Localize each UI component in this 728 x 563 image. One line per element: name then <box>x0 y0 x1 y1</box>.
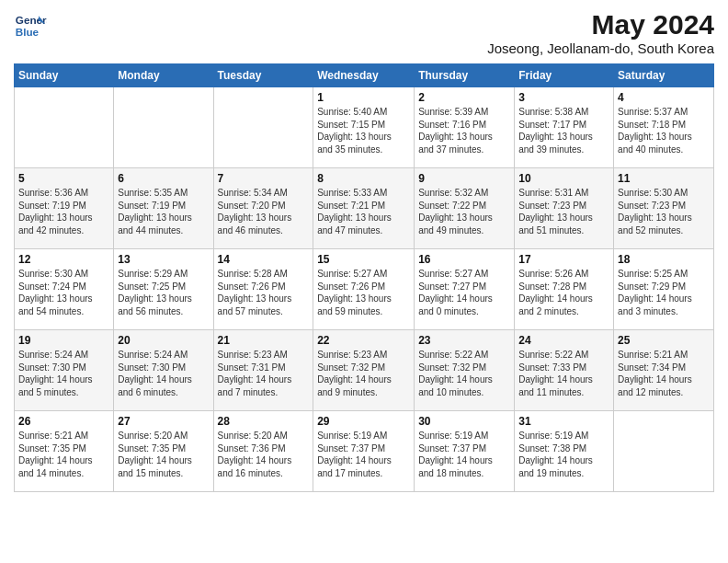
calendar-day-cell: 31Sunrise: 5:19 AM Sunset: 7:38 PM Dayli… <box>515 411 614 492</box>
calendar-day-cell: 15Sunrise: 5:27 AM Sunset: 7:26 PM Dayli… <box>313 249 415 330</box>
calendar-day-cell: 30Sunrise: 5:19 AM Sunset: 7:37 PM Dayli… <box>415 411 515 492</box>
day-number: 15 <box>317 253 410 266</box>
day-info: Sunrise: 5:21 AM Sunset: 7:35 PM Dayligh… <box>18 430 109 479</box>
calendar-week-row: 26Sunrise: 5:21 AM Sunset: 7:35 PM Dayli… <box>15 411 714 492</box>
day-info: Sunrise: 5:35 AM Sunset: 7:19 PM Dayligh… <box>118 187 209 236</box>
calendar-day-cell: 2Sunrise: 5:39 AM Sunset: 7:16 PM Daylig… <box>415 87 515 168</box>
day-number: 9 <box>418 172 510 185</box>
month-year: May 2024 <box>487 9 714 40</box>
logo-icon: General Blue <box>14 9 47 42</box>
page-header: General Blue May 2024 Joseong, Jeollanam… <box>14 9 714 56</box>
day-info: Sunrise: 5:22 AM Sunset: 7:33 PM Dayligh… <box>518 349 609 398</box>
day-number: 19 <box>18 334 109 347</box>
title-block: May 2024 Joseong, Jeollanam-do, South Ko… <box>487 9 714 56</box>
day-info: Sunrise: 5:38 AM Sunset: 7:17 PM Dayligh… <box>518 106 609 155</box>
day-number: 7 <box>218 172 310 185</box>
day-number: 10 <box>518 172 609 185</box>
calendar-day-cell: 5Sunrise: 5:36 AM Sunset: 7:19 PM Daylig… <box>15 168 114 249</box>
calendar-day-cell: 21Sunrise: 5:23 AM Sunset: 7:31 PM Dayli… <box>213 330 313 411</box>
calendar-week-row: 19Sunrise: 5:24 AM Sunset: 7:30 PM Dayli… <box>15 330 714 411</box>
day-number: 14 <box>218 253 310 266</box>
day-number: 16 <box>418 253 510 266</box>
day-info: Sunrise: 5:23 AM Sunset: 7:32 PM Dayligh… <box>317 349 410 398</box>
day-info: Sunrise: 5:34 AM Sunset: 7:20 PM Dayligh… <box>218 187 310 236</box>
calendar-day-cell: 16Sunrise: 5:27 AM Sunset: 7:27 PM Dayli… <box>415 249 515 330</box>
weekday-header-wednesday: Wednesday <box>313 64 415 87</box>
day-info: Sunrise: 5:24 AM Sunset: 7:30 PM Dayligh… <box>18 349 109 398</box>
calendar-day-cell: 4Sunrise: 5:37 AM Sunset: 7:18 PM Daylig… <box>614 87 714 168</box>
calendar-day-cell: 8Sunrise: 5:33 AM Sunset: 7:21 PM Daylig… <box>313 168 415 249</box>
day-number: 8 <box>317 172 410 185</box>
day-number: 4 <box>618 91 710 104</box>
empty-cell <box>213 87 313 168</box>
day-number: 11 <box>618 172 710 185</box>
calendar-day-cell: 17Sunrise: 5:26 AM Sunset: 7:28 PM Dayli… <box>515 249 614 330</box>
day-info: Sunrise: 5:30 AM Sunset: 7:23 PM Dayligh… <box>618 187 710 236</box>
day-number: 29 <box>317 415 410 428</box>
day-number: 25 <box>618 334 710 347</box>
location: Joseong, Jeollanam-do, South Korea <box>487 40 714 56</box>
calendar-day-cell: 19Sunrise: 5:24 AM Sunset: 7:30 PM Dayli… <box>15 330 114 411</box>
calendar-day-cell: 20Sunrise: 5:24 AM Sunset: 7:30 PM Dayli… <box>114 330 213 411</box>
weekday-header-thursday: Thursday <box>415 64 515 87</box>
day-info: Sunrise: 5:21 AM Sunset: 7:34 PM Dayligh… <box>618 349 710 398</box>
day-info: Sunrise: 5:25 AM Sunset: 7:29 PM Dayligh… <box>618 268 710 317</box>
calendar-day-cell: 13Sunrise: 5:29 AM Sunset: 7:25 PM Dayli… <box>114 249 213 330</box>
day-info: Sunrise: 5:19 AM Sunset: 7:37 PM Dayligh… <box>418 430 510 479</box>
calendar-day-cell: 3Sunrise: 5:38 AM Sunset: 7:17 PM Daylig… <box>515 87 614 168</box>
day-info: Sunrise: 5:27 AM Sunset: 7:27 PM Dayligh… <box>418 268 510 317</box>
calendar-day-cell: 12Sunrise: 5:30 AM Sunset: 7:24 PM Dayli… <box>15 249 114 330</box>
calendar-table: SundayMondayTuesdayWednesdayThursdayFrid… <box>14 63 714 492</box>
calendar-day-cell: 22Sunrise: 5:23 AM Sunset: 7:32 PM Dayli… <box>313 330 415 411</box>
calendar-day-cell: 28Sunrise: 5:20 AM Sunset: 7:36 PM Dayli… <box>213 411 313 492</box>
calendar-day-cell: 18Sunrise: 5:25 AM Sunset: 7:29 PM Dayli… <box>614 249 714 330</box>
day-info: Sunrise: 5:37 AM Sunset: 7:18 PM Dayligh… <box>618 106 710 155</box>
calendar-day-cell: 26Sunrise: 5:21 AM Sunset: 7:35 PM Dayli… <box>15 411 114 492</box>
day-number: 31 <box>518 415 609 428</box>
day-number: 13 <box>118 253 209 266</box>
weekday-header-sunday: Sunday <box>15 64 114 87</box>
day-number: 12 <box>18 253 109 266</box>
weekday-header-row: SundayMondayTuesdayWednesdayThursdayFrid… <box>15 64 714 87</box>
day-number: 20 <box>118 334 209 347</box>
day-number: 6 <box>118 172 209 185</box>
calendar-day-cell: 11Sunrise: 5:30 AM Sunset: 7:23 PM Dayli… <box>614 168 714 249</box>
empty-cell <box>15 87 114 168</box>
day-info: Sunrise: 5:39 AM Sunset: 7:16 PM Dayligh… <box>418 106 510 155</box>
day-info: Sunrise: 5:24 AM Sunset: 7:30 PM Dayligh… <box>118 349 209 398</box>
day-info: Sunrise: 5:36 AM Sunset: 7:19 PM Dayligh… <box>18 187 109 236</box>
calendar-day-cell: 10Sunrise: 5:31 AM Sunset: 7:23 PM Dayli… <box>515 168 614 249</box>
day-info: Sunrise: 5:33 AM Sunset: 7:21 PM Dayligh… <box>317 187 410 236</box>
calendar-day-cell: 29Sunrise: 5:19 AM Sunset: 7:37 PM Dayli… <box>313 411 415 492</box>
day-info: Sunrise: 5:20 AM Sunset: 7:36 PM Dayligh… <box>218 430 310 479</box>
day-number: 18 <box>618 253 710 266</box>
calendar-week-row: 5Sunrise: 5:36 AM Sunset: 7:19 PM Daylig… <box>15 168 714 249</box>
day-number: 17 <box>518 253 609 266</box>
calendar-week-row: 12Sunrise: 5:30 AM Sunset: 7:24 PM Dayli… <box>15 249 714 330</box>
day-number: 22 <box>317 334 410 347</box>
calendar-day-cell: 24Sunrise: 5:22 AM Sunset: 7:33 PM Dayli… <box>515 330 614 411</box>
calendar-day-cell: 14Sunrise: 5:28 AM Sunset: 7:26 PM Dayli… <box>213 249 313 330</box>
day-number: 23 <box>418 334 510 347</box>
day-info: Sunrise: 5:29 AM Sunset: 7:25 PM Dayligh… <box>118 268 209 317</box>
day-number: 26 <box>18 415 109 428</box>
weekday-header-saturday: Saturday <box>614 64 714 87</box>
day-number: 27 <box>118 415 209 428</box>
calendar-day-cell: 23Sunrise: 5:22 AM Sunset: 7:32 PM Dayli… <box>415 330 515 411</box>
empty-cell <box>114 87 213 168</box>
day-number: 24 <box>518 334 609 347</box>
svg-text:General: General <box>16 14 47 26</box>
day-number: 30 <box>418 415 510 428</box>
day-info: Sunrise: 5:22 AM Sunset: 7:32 PM Dayligh… <box>418 349 510 398</box>
day-info: Sunrise: 5:20 AM Sunset: 7:35 PM Dayligh… <box>118 430 209 479</box>
day-number: 1 <box>317 91 410 104</box>
logo: General Blue <box>14 9 47 42</box>
day-info: Sunrise: 5:27 AM Sunset: 7:26 PM Dayligh… <box>317 268 410 317</box>
day-info: Sunrise: 5:31 AM Sunset: 7:23 PM Dayligh… <box>518 187 609 236</box>
day-number: 21 <box>218 334 310 347</box>
calendar-day-cell: 7Sunrise: 5:34 AM Sunset: 7:20 PM Daylig… <box>213 168 313 249</box>
empty-cell <box>614 411 714 492</box>
weekday-header-friday: Friday <box>515 64 614 87</box>
day-number: 28 <box>218 415 310 428</box>
day-number: 3 <box>518 91 609 104</box>
